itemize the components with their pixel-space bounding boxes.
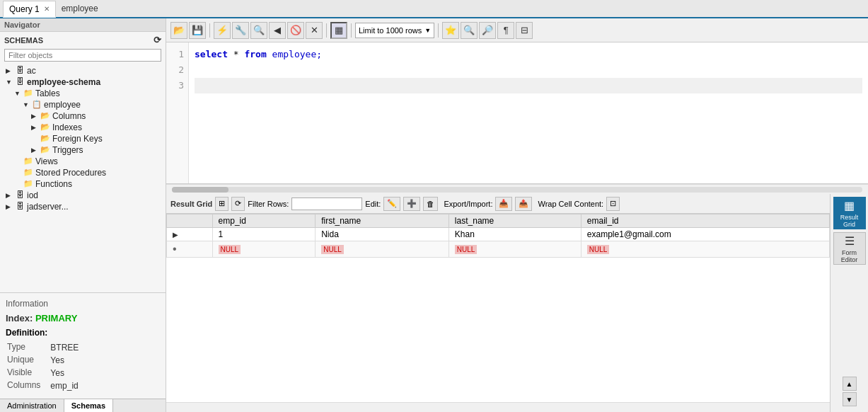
result-grid-side-label: ResultGrid (840, 214, 859, 228)
info-title: Information (6, 299, 160, 309)
table-icon: 📋 (31, 100, 42, 110)
result-grid-label: Result Grid (170, 200, 212, 208)
tree-item-iod[interactable]: ▶ 🗄 iod (0, 190, 166, 201)
toggle-results-button[interactable]: ▦ (330, 22, 347, 39)
format-button[interactable]: ¶ (497, 22, 514, 39)
explain-button[interactable]: 🔍 (250, 22, 267, 39)
columns-icon: 📂 (40, 111, 51, 121)
line-num-2: 2 (166, 62, 184, 78)
scroll-down-btn[interactable]: ▼ (843, 392, 857, 406)
tree-item-employee-schema[interactable]: ▼ 🗄 employee-schema (0, 76, 166, 88)
row1-email: example1@gmail.com (581, 228, 829, 241)
find-button[interactable]: 🔍 (461, 22, 478, 39)
search-replace-button[interactable]: 🔎 (479, 22, 496, 39)
tree-item-employee-table[interactable]: ▼ 📋 employee (0, 99, 166, 110)
tree-item-views[interactable]: ▶ 📁 Views (0, 156, 166, 167)
row2-email: NULL (581, 241, 829, 258)
table-row[interactable]: • NULL NULL NULL NULL (167, 241, 830, 258)
tab-query1-close[interactable]: ✕ (44, 5, 50, 13)
editor-line-1: select * from employee; (195, 47, 862, 62)
info-val-visible: Yes (50, 367, 79, 379)
edit-pencil-btn[interactable]: ✏️ (383, 197, 400, 211)
filter-box (0, 47, 166, 64)
results-toolbar: Result Grid ⊞ ⟳ Filter Rows: Edit: ✏️ ➕ … (166, 194, 830, 214)
export-btn[interactable]: 📥 (495, 197, 512, 211)
edit-delete-row-btn[interactable]: 🗑 (423, 197, 438, 211)
tree-item-jadserver[interactable]: ▶ 🗄 jadserver... (0, 201, 166, 212)
editor-content: 1 2 3 select * from employee; (166, 42, 868, 183)
debug-button[interactable]: 🔧 (232, 22, 249, 39)
filter-rows-label: Filter Rows: (248, 200, 289, 208)
stop-button[interactable]: 🚫 (287, 22, 304, 39)
col-header-lastname[interactable]: last_name (449, 214, 581, 228)
refresh-icon[interactable]: ⟳ (154, 35, 161, 45)
tab-employee-label: employee (56, 2, 104, 15)
table-row[interactable]: ▶ 1 Nida Khan example1@gmail.com (167, 228, 830, 241)
side-panel-arrows: ▲ ▼ (843, 377, 857, 406)
col-header-empid[interactable]: emp_id (212, 214, 316, 228)
tab-bar: Query 1 ✕ employee (0, 0, 868, 18)
tree-item-indexes[interactable]: ▶ 📂 Indexes (0, 122, 166, 133)
edit-label: Edit: (365, 200, 381, 208)
schema-icon-iod: 🗄 (14, 190, 25, 200)
tree-item-tables[interactable]: ▼ 📁 Tables (0, 88, 166, 99)
kw-select: select (195, 47, 228, 62)
info-val-columns: emp_id (50, 380, 79, 391)
config-button[interactable]: ⊟ (516, 22, 533, 39)
sidebar-tab-administration[interactable]: Administration (0, 399, 64, 412)
execute-button[interactable]: ⚡ (214, 22, 231, 39)
limit-dropdown[interactable]: Limit to 1000 rows ▼ (355, 23, 434, 38)
row1-lastname: Khan (449, 228, 581, 241)
info-index-name: PRIMARY (35, 313, 77, 324)
bottom-scroll[interactable] (166, 402, 830, 412)
schemas-label: SCHEMAS (4, 36, 43, 45)
save-button[interactable]: 💾 (189, 22, 206, 39)
tree-item-storedproc[interactable]: ▶ 📁 Stored Procedures (0, 167, 166, 178)
limit-dropdown-arrow: ▼ (424, 27, 431, 34)
col-header-arrow (167, 214, 213, 228)
filter-rows-input[interactable] (291, 198, 362, 210)
editor-area[interactable]: 1 2 3 select * from employee; (166, 42, 868, 184)
info-key-type: Type (7, 342, 49, 353)
row2-arrow: • (167, 241, 213, 258)
editor-line-2 (195, 62, 862, 78)
form-editor-side-btn[interactable]: ☰ FormEditor (833, 232, 866, 265)
sidebar-tab-schemas[interactable]: Schemas (64, 399, 113, 412)
info-val-unique: Yes (50, 355, 79, 366)
scroll-up-btn[interactable]: ▲ (843, 377, 857, 391)
result-grid-side-btn[interactable]: ▦ ResultGrid (833, 197, 866, 229)
storedproc-icon: 📁 (23, 168, 34, 178)
result-refresh-btn[interactable]: ⟳ (231, 197, 245, 211)
result-grid-icon-btn[interactable]: ⊞ (215, 197, 228, 211)
tab-query1[interactable]: Query 1 ✕ (3, 1, 56, 18)
arrow-iod: ▶ (6, 192, 14, 199)
open-folder-button[interactable]: 📂 (170, 22, 187, 39)
tree-item-foreignkeys[interactable]: ▶ 📂 Foreign Keys (0, 133, 166, 144)
line-num-1: 1 (166, 47, 184, 62)
edit-add-row-btn[interactable]: ➕ (403, 197, 420, 211)
toolbar-sep-2 (326, 23, 327, 38)
toolbar-sep-3 (351, 23, 352, 38)
back-button[interactable]: ◀ (269, 22, 286, 39)
tree-item-columns[interactable]: ▶ 📂 Columns (0, 110, 166, 122)
views-icon: 📁 (23, 156, 34, 166)
right-panel: 📂 💾 ⚡ 🔧 🔍 ◀ 🚫 ✕ ▦ Limit to 1000 rows ▼ ⭐… (166, 18, 868, 412)
h-scroll[interactable] (166, 184, 868, 194)
filter-objects-input[interactable] (4, 49, 161, 62)
sidebar-schemas: SCHEMAS ⟳ (0, 32, 166, 47)
arrow-employee-table: ▼ (23, 101, 31, 108)
col-header-emailid[interactable]: email_id (581, 214, 829, 228)
wrap-btn[interactable]: ⊡ (606, 197, 620, 211)
results-table: emp_id first_name last_name email_id ▶ 1 (166, 214, 830, 258)
indexes-icon: 📂 (40, 122, 51, 132)
import-btn[interactable]: 📤 (515, 197, 532, 211)
tree-item-functions[interactable]: ▶ 📁 Functions (0, 178, 166, 190)
col-header-firstname[interactable]: first_name (316, 214, 449, 228)
functions-icon: 📁 (23, 179, 34, 189)
sidebar-header-label: Navigator (4, 21, 40, 29)
tree-item-triggers[interactable]: ▶ 📂 Triggers (0, 144, 166, 156)
editor-lines[interactable]: select * from employee; (189, 42, 868, 183)
cancel-button[interactable]: ✕ (306, 22, 323, 39)
star-button[interactable]: ⭐ (442, 22, 459, 39)
tree-item-ac[interactable]: ▶ 🗄 ac (0, 65, 166, 76)
